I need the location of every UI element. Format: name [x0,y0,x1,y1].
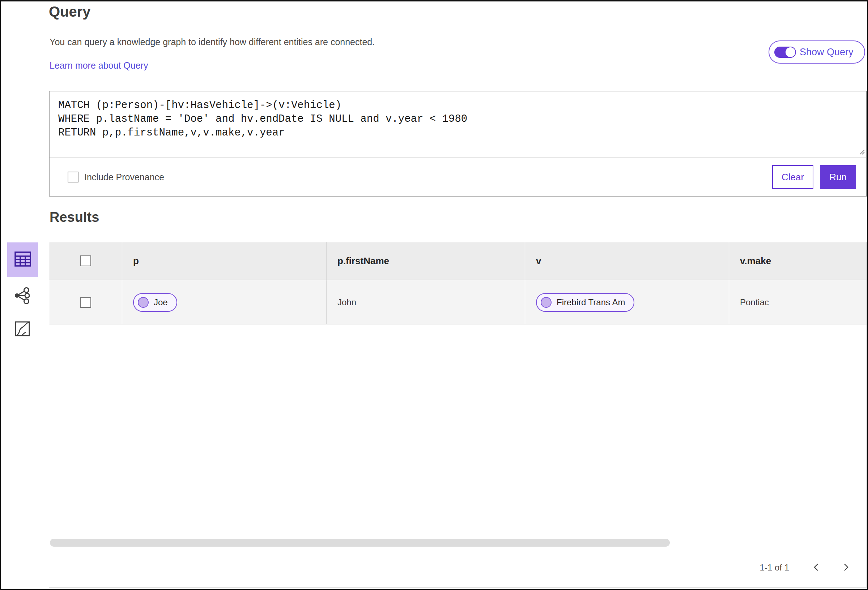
chevron-right-icon [841,562,851,573]
toggle-switch-icon[interactable] [774,47,796,58]
query-editor-card: MATCH (p:Person)-[hv:HasVehicle]->(v:Veh… [49,91,867,197]
show-query-toggle[interactable]: Show Query [769,40,865,63]
row-checkbox[interactable] [80,297,91,308]
view-switcher-map[interactable] [14,321,31,338]
row-cell-select [49,280,122,324]
pagination-range: 1-1 of 1 [760,562,789,573]
clear-button[interactable]: Clear [772,165,813,189]
table-view-icon [14,251,31,268]
query-code-textarea[interactable]: MATCH (p:Person)-[hv:HasVehicle]->(v:Veh… [50,91,866,158]
row-cell-p-firstname: John [326,280,525,324]
query-page: Query You can query a knowledge graph to… [0,0,868,590]
include-provenance-label: Include Provenance [84,172,164,182]
toggle-knob [785,47,795,57]
map-view-icon [15,321,30,338]
entity-pill-label: Firebird Trans Am [557,297,625,308]
show-query-label: Show Query [800,47,853,58]
resize-handle-icon[interactable] [859,149,865,156]
table-row: Joe John Firebird Trans Am Pontiac [49,280,867,324]
entity-pill-person[interactable]: Joe [133,293,177,312]
pagination-prev-button[interactable] [812,562,821,573]
cell-value-p-firstname: John [337,297,356,308]
view-switcher-link-chart[interactable] [12,287,31,306]
page-description: You can query a knowledge graph to ident… [50,37,375,47]
query-editor-toolbar: Include Provenance Clear Run [50,158,866,196]
header-cell-p: p [122,242,326,280]
select-all-checkbox[interactable] [80,255,91,266]
header-cell-p-firstname: p.firstName [326,242,525,280]
cell-value-v-make: Pontiac [740,297,769,308]
column-label-p: p [133,255,139,266]
learn-more-link[interactable]: Learn more about Query [50,60,148,71]
column-label-p-firstname: p.firstName [337,255,389,266]
header-cell-v-make: v.make [729,242,867,280]
horizontal-scrollbar[interactable] [50,539,670,547]
view-switcher-table[interactable] [7,243,38,277]
include-provenance-checkbox[interactable] [68,172,78,182]
table-footer: 1-1 of 1 [49,548,867,587]
entity-node-icon [138,297,149,308]
row-cell-v: Firebird Trans Am [525,280,729,324]
entity-node-icon [541,297,552,308]
entity-pill-vehicle[interactable]: Firebird Trans Am [536,293,634,312]
header-cell-select [49,242,122,280]
chevron-left-icon [812,562,821,573]
run-button[interactable]: Run [820,165,856,189]
page-title: Query [49,4,91,20]
header-cell-v: v [525,242,729,280]
link-chart-view-icon [13,287,31,306]
pagination-next-button[interactable] [841,562,851,573]
table-header-row: p p.firstName v v.make [49,242,867,280]
column-label-v: v [536,255,541,266]
results-table: p p.firstName v v.make Joe [49,242,867,587]
row-cell-v-make: Pontiac [729,280,867,324]
row-cell-p: Joe [122,280,326,324]
column-label-v-make: v.make [740,255,771,266]
entity-pill-label: Joe [154,297,168,308]
results-title: Results [50,210,99,225]
